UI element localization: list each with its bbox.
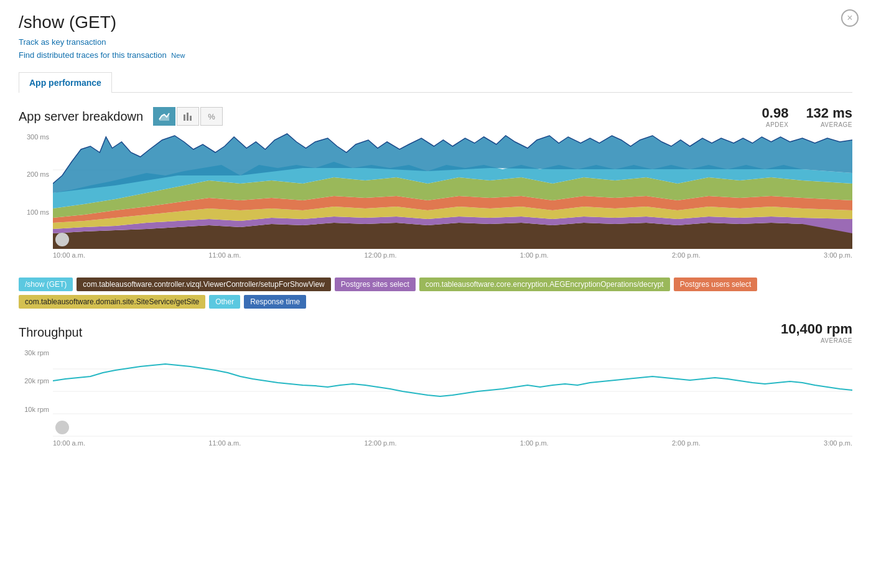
y-label-200: 200 ms xyxy=(19,170,53,178)
throughput-x-0: 10:00 a.m. xyxy=(53,439,85,447)
legend-show-get[interactable]: /show (GET) xyxy=(19,278,73,291)
throughput-y-30: 30k rpm xyxy=(19,349,53,357)
x-label-1: 11:00 a.m. xyxy=(208,251,241,259)
breakdown-chart-inner xyxy=(53,131,852,249)
throughput-title: Throughput xyxy=(19,325,82,340)
track-transaction-link[interactable]: Track as key transaction xyxy=(19,36,852,49)
apdex-block: 0.98 APDEX xyxy=(762,105,789,128)
x-label-5: 3:00 p.m. xyxy=(824,251,852,259)
legend-postgres-sites[interactable]: Postgres sites select xyxy=(335,278,416,291)
average-value: 132 ms xyxy=(806,105,852,121)
breakdown-chart-container: 300 ms 200 ms 100 ms xyxy=(19,131,852,268)
breakdown-x-labels: 10:00 a.m. 11:00 a.m. 12:00 p.m. 1:00 p.… xyxy=(53,251,852,259)
throughput-y-10: 10k rpm xyxy=(19,406,53,413)
new-badge: New xyxy=(171,52,185,59)
throughput-x-5: 3:00 p.m. xyxy=(824,439,852,447)
tab-app-performance[interactable]: App performance xyxy=(19,72,112,93)
throughput-metric-block: 10,400 rpm AVERAGE xyxy=(781,321,852,344)
legend-response-time[interactable]: Response time xyxy=(244,295,306,309)
legend-viewer-controller[interactable]: com.tableausoftware.controller.vizql.Vie… xyxy=(77,278,330,291)
throughput-x-2: 12:00 p.m. xyxy=(365,439,397,447)
chart-type-buttons: % xyxy=(153,107,223,126)
breakdown-svg xyxy=(53,131,852,249)
legend-site-service[interactable]: com.tableausoftware.domain.site.SiteServ… xyxy=(19,295,205,309)
page-title: /show (GET) xyxy=(19,12,852,32)
average-label: AVERAGE xyxy=(806,121,852,128)
throughput-chart-container: 30k rpm 20k rpm 10k rpm 10:00 a.m. 11:00… xyxy=(19,347,852,455)
metrics-pair: 0.98 APDEX 132 ms AVERAGE xyxy=(762,105,852,128)
apdex-value: 0.98 xyxy=(762,105,789,121)
breakdown-chart-wrap: 300 ms 200 ms 100 ms xyxy=(19,131,852,268)
legend-encryption[interactable]: com.tableausoftware.core.encryption.AEGE… xyxy=(419,278,670,291)
area-chart-icon xyxy=(159,111,170,122)
x-label-3: 1:00 p.m. xyxy=(520,251,549,259)
breakdown-y-axis: 300 ms 200 ms 100 ms xyxy=(19,131,53,249)
distributed-traces-text: Find distributed traces for this transac… xyxy=(19,50,167,60)
throughput-header: Throughput 10,400 rpm AVERAGE xyxy=(19,321,852,344)
page-container: × /show (GET) Track as key transaction F… xyxy=(0,0,871,468)
throughput-x-1: 11:00 a.m. xyxy=(208,439,241,447)
chart-btn-percent[interactable]: % xyxy=(200,107,223,126)
x-label-4: 2:00 p.m. xyxy=(672,251,701,259)
breakdown-title: App server breakdown xyxy=(19,110,143,124)
chart-btn-bar[interactable] xyxy=(177,107,199,126)
chart-btn-area[interactable] xyxy=(153,107,175,126)
throughput-chart-inner xyxy=(53,347,852,437)
throughput-svg xyxy=(53,347,852,437)
svg-rect-3 xyxy=(190,116,192,121)
throughput-x-3: 1:00 p.m. xyxy=(520,439,549,447)
svg-rect-2 xyxy=(187,113,189,121)
legend-row: /show (GET) com.tableausoftware.controll… xyxy=(19,278,852,309)
distributed-traces-link[interactable]: Find distributed traces for this transac… xyxy=(19,49,852,62)
x-label-2: 12:00 p.m. xyxy=(365,251,397,259)
throughput-y-20: 20k rpm xyxy=(19,377,53,385)
throughput-y-axis: 30k rpm 20k rpm 10k rpm xyxy=(19,347,53,437)
throughput-toggle-circle[interactable] xyxy=(55,421,69,434)
average-block: 132 ms AVERAGE xyxy=(806,105,852,128)
y-label-100: 100 ms xyxy=(19,208,53,216)
x-label-0: 10:00 a.m. xyxy=(53,251,85,259)
percent-icon: % xyxy=(208,112,215,121)
legend-postgres-users[interactable]: Postgres users select xyxy=(674,278,758,291)
svg-rect-1 xyxy=(184,114,185,121)
breakdown-title-row: App server breakdown % xyxy=(19,107,223,126)
y-label-300: 300 ms xyxy=(19,133,53,141)
apdex-label: APDEX xyxy=(762,121,789,128)
throughput-x-labels: 10:00 a.m. 11:00 a.m. 12:00 p.m. 1:00 p.… xyxy=(53,439,852,447)
throughput-value: 10,400 rpm xyxy=(781,321,852,337)
breakdown-toggle-circle[interactable] xyxy=(55,233,69,246)
throughput-x-4: 2:00 p.m. xyxy=(672,439,701,447)
throughput-label: AVERAGE xyxy=(781,337,852,344)
tabs-bar: App performance xyxy=(19,72,852,93)
close-icon: × xyxy=(847,13,852,23)
close-button[interactable]: × xyxy=(841,9,859,27)
legend-other[interactable]: Other xyxy=(209,295,240,309)
breakdown-header: App server breakdown % xyxy=(19,105,852,128)
bar-chart-icon xyxy=(182,111,193,122)
